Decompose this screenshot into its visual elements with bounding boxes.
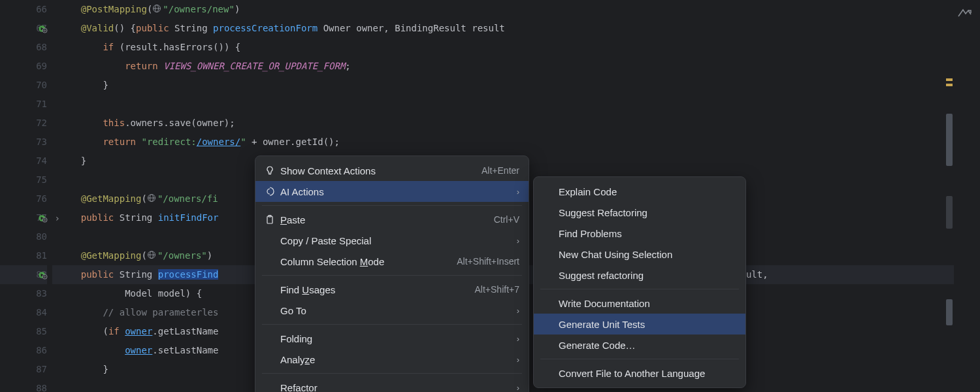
menu-shortcut: Alt+Shift+7 — [475, 284, 520, 295]
menu-item-label: AI Actions — [280, 186, 512, 197]
chevron-right-icon: › — [517, 355, 519, 365]
scroll-track[interactable] — [945, 0, 954, 392]
menu-analyze[interactable]: Analyze› — [255, 349, 529, 370]
code-line[interactable]: if (result.hasErrors()) { — [52, 38, 954, 57]
line-number: 87 — [0, 360, 47, 379]
menu-folding[interactable]: Folding› — [255, 328, 529, 349]
line-number: 76 — [0, 189, 47, 208]
code-line[interactable]: } — [52, 76, 954, 95]
menu-item-label: Go To — [280, 305, 512, 316]
ai-icon — [265, 186, 280, 197]
menu-item-label: New Chat Using Selection — [559, 249, 736, 260]
chevron-right-icon: › — [517, 334, 519, 344]
line-number: 72 — [0, 114, 47, 133]
line-number: 85 — [0, 322, 47, 341]
submenu-explain[interactable]: Explain Code — [534, 181, 745, 202]
menu-item-label: Refactor — [280, 382, 512, 393]
code-line[interactable] — [52, 95, 954, 114]
menu-go-to[interactable]: Go To› — [255, 300, 529, 321]
line-number: 69 — [0, 57, 47, 76]
menu-separator — [262, 275, 522, 276]
menu-paste[interactable]: PasteCtrl+V — [255, 209, 529, 230]
line-number: 71 — [0, 95, 47, 114]
menu-separator — [262, 205, 522, 206]
code-line[interactable]: return VIEWS_OWNER_CREATE_OR_UPDATE_FORM… — [52, 57, 954, 76]
svg-rect-19 — [267, 216, 272, 223]
submenu-gen-tests[interactable]: Generate Unit Tests — [534, 314, 745, 335]
ai-assistant-icon[interactable] — [956, 5, 972, 21]
menu-item-label: Suggest refactoring — [559, 270, 736, 281]
menu-item-label: Generate Unit Tests — [559, 319, 736, 330]
chevron-right-icon: › — [517, 187, 519, 197]
menu-shortcut: Alt+Shift+Insert — [457, 256, 519, 267]
context-menu: Show Context ActionsAlt+EnterAI Actions›… — [255, 155, 529, 392]
menu-ctx-actions[interactable]: Show Context ActionsAlt+Enter — [255, 160, 529, 181]
line-number: 80 — [0, 227, 47, 246]
menu-item-label: Analyze — [280, 354, 512, 365]
chevron-right-icon: › — [517, 306, 519, 316]
line-number: 81 — [0, 246, 47, 265]
menu-item-label: Convert File to Another Language — [559, 368, 736, 379]
menu-ai-actions[interactable]: AI Actions› — [255, 181, 529, 202]
submenu-suggest-refactor-2[interactable]: Suggest refactoring — [534, 265, 745, 286]
code-line[interactable]: @PostMapping("/owners/new") — [52, 0, 954, 19]
line-number: 82 — [0, 265, 47, 284]
menu-item-label: Write Documentation — [559, 298, 736, 309]
menu-separator — [262, 324, 522, 325]
menu-shortcut: Ctrl+V — [494, 214, 519, 225]
submenu-gen-code[interactable]: Generate Code… — [534, 335, 745, 355]
menu-copy-paste-special[interactable]: Copy / Paste Special› — [255, 230, 529, 251]
gutter-run-icon[interactable] — [38, 270, 48, 280]
chevron-right-icon: › — [517, 236, 519, 246]
menu-item-label: Explain Code — [559, 186, 736, 197]
code-line[interactable]: return "redirect:/owners/" + owner.getId… — [52, 133, 954, 152]
line-number: 83 — [0, 284, 47, 303]
menu-item-label: Find Usages — [280, 284, 475, 295]
ai-actions-submenu: Explain CodeSuggest RefactoringFind Prob… — [533, 176, 746, 388]
line-number: 77› — [0, 208, 47, 227]
gutter-run-icon[interactable] — [38, 24, 48, 34]
code-line[interactable]: @Valid() {public String processCreationF… — [52, 19, 954, 38]
line-number: 84 — [0, 303, 47, 322]
menu-item-label: Folding — [280, 333, 512, 344]
globe-icon — [147, 190, 156, 209]
menu-item-label: Copy / Paste Special — [280, 235, 512, 246]
bulb-icon — [265, 165, 280, 176]
clipboard-icon — [265, 214, 280, 225]
menu-item-label: Column Selection Mode — [280, 256, 457, 267]
menu-item-label: Find Problems — [559, 228, 736, 239]
gutter: 666768697071727374757677›808182838485868… — [0, 0, 52, 392]
line-number: 88 — [0, 379, 47, 392]
menu-item-label: Suggest Refactoring — [559, 207, 736, 218]
menu-shortcut: Alt+Enter — [482, 165, 519, 176]
submenu-new-chat[interactable]: New Chat Using Selection — [534, 244, 745, 265]
menu-item-label: Paste — [280, 214, 494, 225]
line-number: 74 — [0, 152, 47, 171]
line-number: 66 — [0, 0, 47, 19]
menu-col-select[interactable]: Column Selection ModeAlt+Shift+Insert — [255, 251, 529, 272]
menu-separator — [540, 289, 739, 289]
menu-item-label: Show Context Actions — [280, 165, 482, 176]
submenu-find-problems[interactable]: Find Problems — [534, 223, 745, 244]
menu-separator — [540, 359, 739, 359]
line-number: 67 — [0, 19, 47, 38]
submenu-write-doc[interactable]: Write Documentation — [534, 293, 745, 314]
submenu-suggest-refactor-1[interactable]: Suggest Refactoring — [534, 202, 745, 223]
menu-refactor[interactable]: Refactor› — [255, 377, 529, 392]
gutter-run-icon[interactable] — [38, 213, 48, 223]
line-number: 68 — [0, 38, 47, 57]
menu-find-usages[interactable]: Find UsagesAlt+Shift+7 — [255, 279, 529, 300]
code-line[interactable]: this.owners.save(owner); — [52, 114, 954, 133]
globe-icon — [147, 247, 156, 266]
line-number: 73 — [0, 133, 47, 152]
menu-separator — [262, 373, 522, 374]
globe-icon — [152, 1, 161, 20]
line-number: 86 — [0, 341, 47, 360]
submenu-convert-lang[interactable]: Convert File to Another Language — [534, 363, 745, 384]
line-number: 70 — [0, 76, 47, 95]
chevron-right-icon: › — [517, 383, 519, 393]
menu-item-label: Generate Code… — [559, 340, 736, 351]
line-number: 75 — [0, 171, 47, 189]
